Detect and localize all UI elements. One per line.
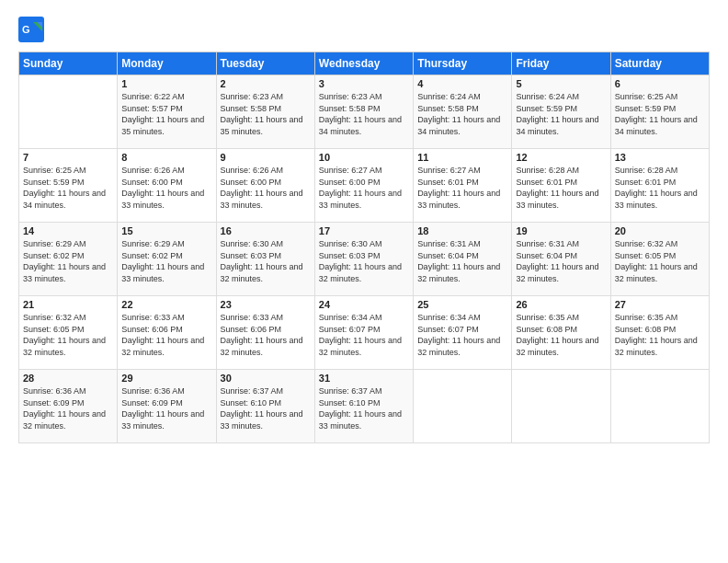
- col-header-sunday: Sunday: [19, 52, 118, 75]
- day-number: 10: [319, 152, 409, 163]
- day-number: 16: [221, 225, 311, 236]
- day-info: Sunrise: 6:30 AMSunset: 6:03 PMDaylight:…: [319, 238, 409, 284]
- day-info: Sunrise: 6:24 AMSunset: 5:58 PMDaylight:…: [417, 91, 507, 137]
- day-cell: [512, 370, 610, 443]
- day-cell: 10Sunrise: 6:27 AMSunset: 6:00 PMDayligh…: [314, 149, 413, 223]
- day-number: 24: [319, 299, 409, 310]
- day-info: Sunrise: 6:32 AMSunset: 6:05 PMDaylight:…: [615, 238, 705, 284]
- week-row-5: 28Sunrise: 6:36 AMSunset: 6:09 PMDayligh…: [19, 370, 710, 443]
- week-row-1: 1Sunrise: 6:22 AMSunset: 5:57 PMDaylight…: [19, 75, 710, 149]
- col-header-monday: Monday: [118, 52, 216, 75]
- day-cell: 21Sunrise: 6:32 AMSunset: 6:05 PMDayligh…: [19, 296, 118, 370]
- day-info: Sunrise: 6:23 AMSunset: 5:58 PMDaylight:…: [319, 91, 409, 137]
- day-number: 1: [121, 78, 211, 89]
- day-number: 23: [221, 299, 311, 310]
- day-number: 15: [121, 225, 211, 236]
- day-number: 28: [23, 373, 113, 384]
- day-number: 22: [121, 299, 211, 310]
- day-cell: 11Sunrise: 6:27 AMSunset: 6:01 PMDayligh…: [414, 149, 512, 223]
- day-number: 7: [23, 152, 113, 163]
- col-header-tuesday: Tuesday: [216, 52, 314, 75]
- week-row-3: 14Sunrise: 6:29 AMSunset: 6:02 PMDayligh…: [19, 223, 710, 296]
- day-info: Sunrise: 6:35 AMSunset: 6:08 PMDaylight:…: [615, 312, 705, 358]
- logo-icon: G: [18, 17, 44, 42]
- day-cell: 9Sunrise: 6:26 AMSunset: 6:00 PMDaylight…: [216, 149, 314, 223]
- day-cell: [610, 370, 709, 443]
- day-info: Sunrise: 6:31 AMSunset: 6:04 PMDaylight:…: [516, 238, 606, 284]
- day-cell: 30Sunrise: 6:37 AMSunset: 6:10 PMDayligh…: [216, 370, 314, 443]
- day-number: 6: [615, 78, 705, 89]
- day-number: 13: [615, 152, 705, 163]
- day-cell: 12Sunrise: 6:28 AMSunset: 6:01 PMDayligh…: [512, 149, 610, 223]
- day-number: 2: [221, 78, 311, 89]
- day-number: 26: [516, 299, 606, 310]
- day-number: 20: [615, 225, 705, 236]
- header-row: SundayMondayTuesdayWednesdayThursdayFrid…: [19, 52, 710, 75]
- day-info: Sunrise: 6:25 AMSunset: 5:59 PMDaylight:…: [615, 91, 705, 137]
- day-info: Sunrise: 6:26 AMSunset: 6:00 PMDaylight:…: [121, 165, 211, 211]
- day-info: Sunrise: 6:28 AMSunset: 6:01 PMDaylight:…: [516, 165, 606, 211]
- day-info: Sunrise: 6:27 AMSunset: 6:01 PMDaylight:…: [417, 165, 507, 211]
- calendar-table: SundayMondayTuesdayWednesdayThursdayFrid…: [18, 52, 710, 443]
- day-info: Sunrise: 6:37 AMSunset: 6:10 PMDaylight:…: [221, 385, 311, 431]
- day-info: Sunrise: 6:24 AMSunset: 5:59 PMDaylight:…: [516, 91, 606, 137]
- day-info: Sunrise: 6:31 AMSunset: 6:04 PMDaylight:…: [417, 238, 507, 284]
- day-number: 25: [417, 299, 507, 310]
- svg-text:G: G: [22, 24, 30, 35]
- day-info: Sunrise: 6:30 AMSunset: 6:03 PMDaylight:…: [221, 238, 311, 284]
- day-info: Sunrise: 6:28 AMSunset: 6:01 PMDaylight:…: [615, 165, 705, 211]
- day-number: 11: [417, 152, 507, 163]
- day-info: Sunrise: 6:37 AMSunset: 6:10 PMDaylight:…: [319, 385, 409, 431]
- day-info: Sunrise: 6:26 AMSunset: 6:00 PMDaylight:…: [221, 165, 311, 211]
- day-number: 12: [516, 152, 606, 163]
- day-cell: 7Sunrise: 6:25 AMSunset: 5:59 PMDaylight…: [19, 149, 118, 223]
- day-info: Sunrise: 6:36 AMSunset: 6:09 PMDaylight:…: [23, 385, 113, 431]
- day-cell: [414, 370, 512, 443]
- day-info: Sunrise: 6:29 AMSunset: 6:02 PMDaylight:…: [121, 238, 211, 284]
- day-info: Sunrise: 6:34 AMSunset: 6:07 PMDaylight:…: [417, 312, 507, 358]
- day-cell: 18Sunrise: 6:31 AMSunset: 6:04 PMDayligh…: [414, 223, 512, 296]
- week-row-2: 7Sunrise: 6:25 AMSunset: 5:59 PMDaylight…: [19, 149, 710, 223]
- day-cell: 27Sunrise: 6:35 AMSunset: 6:08 PMDayligh…: [610, 296, 709, 370]
- day-cell: 8Sunrise: 6:26 AMSunset: 6:00 PMDaylight…: [118, 149, 216, 223]
- day-cell: 4Sunrise: 6:24 AMSunset: 5:58 PMDaylight…: [414, 75, 512, 149]
- day-cell: [19, 75, 118, 149]
- day-cell: 25Sunrise: 6:34 AMSunset: 6:07 PMDayligh…: [414, 296, 512, 370]
- day-info: Sunrise: 6:27 AMSunset: 6:00 PMDaylight:…: [319, 165, 409, 211]
- day-number: 14: [23, 225, 113, 236]
- logo: G: [18, 17, 48, 42]
- day-cell: 23Sunrise: 6:33 AMSunset: 6:06 PMDayligh…: [216, 296, 314, 370]
- day-cell: 20Sunrise: 6:32 AMSunset: 6:05 PMDayligh…: [610, 223, 709, 296]
- day-info: Sunrise: 6:35 AMSunset: 6:08 PMDaylight:…: [516, 312, 606, 358]
- day-number: 19: [516, 225, 606, 236]
- day-cell: 17Sunrise: 6:30 AMSunset: 6:03 PMDayligh…: [314, 223, 413, 296]
- day-cell: 5Sunrise: 6:24 AMSunset: 5:59 PMDaylight…: [512, 75, 610, 149]
- col-header-friday: Friday: [512, 52, 610, 75]
- day-number: 9: [221, 152, 311, 163]
- week-row-4: 21Sunrise: 6:32 AMSunset: 6:05 PMDayligh…: [19, 296, 710, 370]
- calendar-page: G SundayMondayTuesdayWednesdayThursdayFr…: [0, 0, 728, 563]
- day-info: Sunrise: 6:34 AMSunset: 6:07 PMDaylight:…: [319, 312, 409, 358]
- day-number: 17: [319, 225, 409, 236]
- day-number: 4: [417, 78, 507, 89]
- day-info: Sunrise: 6:36 AMSunset: 6:09 PMDaylight:…: [121, 385, 211, 431]
- day-number: 21: [23, 299, 113, 310]
- day-number: 31: [319, 373, 409, 384]
- day-info: Sunrise: 6:29 AMSunset: 6:02 PMDaylight:…: [23, 238, 113, 284]
- day-number: 5: [516, 78, 606, 89]
- day-cell: 3Sunrise: 6:23 AMSunset: 5:58 PMDaylight…: [314, 75, 413, 149]
- header: G: [18, 17, 710, 42]
- day-number: 29: [121, 373, 211, 384]
- day-cell: 31Sunrise: 6:37 AMSunset: 6:10 PMDayligh…: [314, 370, 413, 443]
- day-cell: 26Sunrise: 6:35 AMSunset: 6:08 PMDayligh…: [512, 296, 610, 370]
- day-number: 27: [615, 299, 705, 310]
- day-info: Sunrise: 6:33 AMSunset: 6:06 PMDaylight:…: [121, 312, 211, 358]
- day-cell: 16Sunrise: 6:30 AMSunset: 6:03 PMDayligh…: [216, 223, 314, 296]
- col-header-saturday: Saturday: [610, 52, 709, 75]
- col-header-wednesday: Wednesday: [314, 52, 413, 75]
- day-number: 18: [417, 225, 507, 236]
- day-number: 8: [121, 152, 211, 163]
- day-info: Sunrise: 6:25 AMSunset: 5:59 PMDaylight:…: [23, 165, 113, 211]
- day-number: 3: [319, 78, 409, 89]
- day-cell: 14Sunrise: 6:29 AMSunset: 6:02 PMDayligh…: [19, 223, 118, 296]
